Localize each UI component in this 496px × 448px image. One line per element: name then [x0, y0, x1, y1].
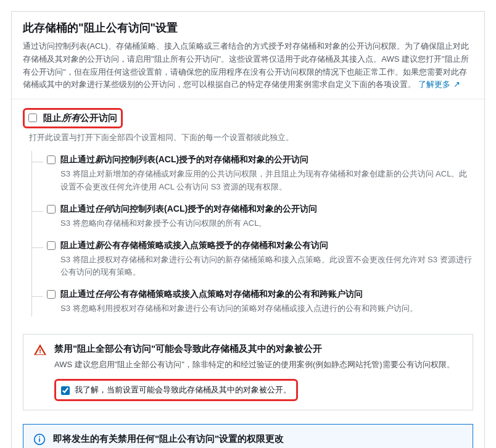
- svg-rect-1: [39, 438, 40, 442]
- block-all-label: 阻止所有公开访问: [43, 112, 117, 124]
- option-row: 阻止通过任何访问控制列表(ACL)授予的对存储桶和对象的公开访问 S3 将忽略向…: [32, 200, 473, 236]
- option-row: 阻止通过任何公有存储桶策略或接入点策略对存储桶和对象的公有和跨账户访问 S3 将…: [32, 285, 473, 317]
- option-title: 阻止通过任何访问控制列表(ACL)授予的对存储桶和对象的公开访问: [60, 204, 317, 215]
- option-checkbox-any-acl[interactable]: [47, 205, 56, 214]
- acknowledge-checkbox[interactable]: [61, 386, 70, 395]
- options-tree: 阻止通过新访问控制列表(ACL)授予的对存储桶和对象的公开访问 S3 将阻止对新…: [31, 151, 473, 317]
- option-desc: S3 将阻止授权对存储桶和对象进行公有访问的新存储桶策略和接入点策略。此设置不会…: [60, 254, 473, 280]
- info-icon: [33, 433, 46, 447]
- info-title: 即将发生的有关禁用任何"阻止公有访问"设置的权限更改: [53, 433, 463, 445]
- svg-rect-2: [39, 436, 40, 438]
- info-box: 即将发生的有关禁用任何"阻止公有访问"设置的权限更改 从 2023 年 4 月开…: [23, 424, 473, 448]
- option-title: 阻止通过新访问控制列表(ACL)授予的对存储桶和对象的公开访问: [60, 154, 308, 165]
- external-link-icon: ↗: [453, 78, 460, 91]
- intro-text: 通过访问控制列表(ACL)、存储桶策略、接入点策略或三者结合的方式授予对存储桶和…: [23, 41, 469, 89]
- option-checkbox-new-policy[interactable]: [47, 241, 56, 250]
- option-desc: S3 将阻止对新增加的存储桶或对象应用的公共访问权限，并且阻止为现有存储桶和对象…: [60, 168, 473, 194]
- option-row: 阻止通过新公有存储桶策略或接入点策略授予的存储桶和对象公有访问 S3 将阻止授权…: [32, 236, 473, 286]
- warning-text: AWS 建议您启用"阻止全部公有访问"，除非特定的和经过验证的使用案例(例如静态…: [54, 359, 455, 371]
- block-all-checkbox[interactable]: [28, 114, 37, 122]
- warning-title: 禁用"阻止全部公有访问"可能会导致此存储桶及其中的对象被公开: [54, 343, 455, 355]
- block-all-post: 公开访问: [80, 112, 117, 123]
- block-all-desc: 打开此设置与打开下面全部四个设置相同。下面的每一个设置都彼此独立。: [29, 132, 473, 143]
- option-title: 阻止通过任何公有存储桶策略或接入点策略对存储桶和对象的公有和跨账户访问: [60, 289, 363, 300]
- option-row: 阻止通过新访问控制列表(ACL)授予的对存储桶和对象的公开访问 S3 将阻止对新…: [32, 151, 473, 200]
- panel-intro: 通过访问控制列表(ACL)、存储桶策略、接入点策略或三者结合的方式授予对存储桶和…: [23, 40, 473, 91]
- panel-title: 此存储桶的"阻止公有访问"设置: [23, 20, 473, 35]
- warning-icon: [33, 343, 47, 359]
- acknowledge-row-highlight: 我了解，当前设置可能会导致此存储桶及其中的对象被公开。: [54, 379, 298, 401]
- block-all-pre: 阻止: [43, 112, 62, 123]
- option-title: 阻止通过新公有存储桶策略或接入点策略授予的存储桶和对象公有访问: [60, 240, 328, 251]
- divider: [12, 99, 484, 99]
- settings-panel: 此存储桶的"阻止公有访问"设置 通过访问控制列表(ACL)、存储桶策略、接入点策…: [11, 11, 485, 448]
- learn-more-label: 了解更多: [418, 80, 450, 89]
- warning-box: 禁用"阻止全部公有访问"可能会导致此存储桶及其中的对象被公开 AWS 建议您启用…: [23, 334, 473, 410]
- option-desc: S3 将忽略向存储桶和对象授予公有访问权限的所有 ACL。: [60, 217, 473, 230]
- option-checkbox-new-acl[interactable]: [47, 156, 56, 164]
- learn-more-link[interactable]: 了解更多 ↗: [418, 80, 461, 89]
- block-all-em: 所有: [62, 112, 80, 123]
- option-checkbox-any-policy[interactable]: [47, 290, 56, 299]
- acknowledge-label: 我了解，当前设置可能会导致此存储桶及其中的对象被公开。: [75, 384, 291, 396]
- block-all-row-highlight: 阻止所有公开访问: [23, 108, 123, 128]
- option-desc: S3 将忽略利用授权对存储桶和对象进行公有访问的策略对存储桶或接入点进行的公有和…: [60, 302, 473, 315]
